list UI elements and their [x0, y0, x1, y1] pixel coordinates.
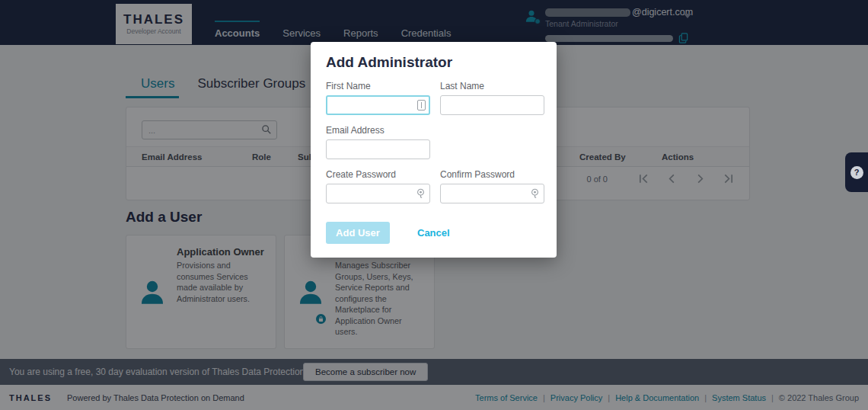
- last-name-input[interactable]: [440, 95, 544, 115]
- email-address-label: Email Address: [326, 125, 545, 136]
- create-password-label: Create Password: [326, 169, 430, 180]
- modal-title: Add Administrator: [326, 54, 545, 71]
- help-button[interactable]: ?: [845, 152, 868, 192]
- confirm-password-input[interactable]: [440, 184, 544, 203]
- email-address-input[interactable]: [326, 139, 430, 159]
- first-name-input[interactable]: [326, 95, 430, 115]
- cancel-button[interactable]: Cancel: [417, 227, 450, 239]
- add-user-button[interactable]: Add User: [326, 222, 390, 244]
- autofill-icon: [417, 100, 426, 111]
- last-name-label: Last Name: [440, 81, 544, 91]
- app-window: THALES Developer Account Accounts Servic…: [0, 0, 868, 410]
- password-key-icon[interactable]: [416, 188, 426, 199]
- password-key-icon[interactable]: [530, 188, 540, 199]
- create-password-input[interactable]: [326, 184, 430, 203]
- confirm-password-label: Confirm Password: [440, 169, 544, 180]
- help-icon: ?: [850, 166, 863, 179]
- add-administrator-modal: Add Administrator First Name Last Name E…: [311, 42, 557, 258]
- first-name-label: First Name: [326, 81, 430, 91]
